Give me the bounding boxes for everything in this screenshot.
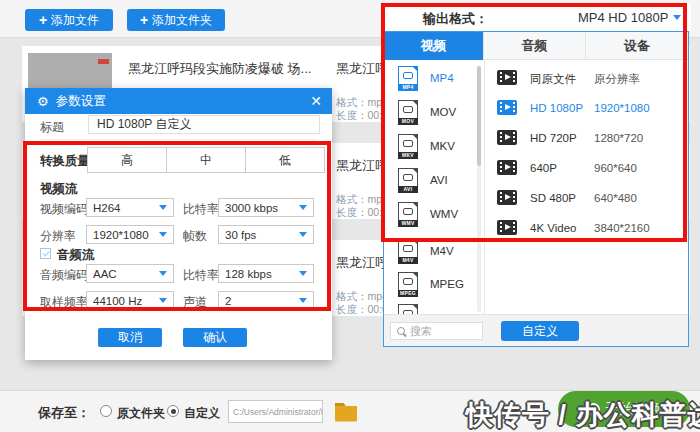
film-frame-icon: [497, 70, 517, 85]
format-item-mov[interactable]: MOV MOV: [384, 100, 484, 126]
quality-item-640p[interactable]: 640P 960*640: [485, 156, 688, 180]
scrollbar-thumb[interactable]: [477, 66, 481, 166]
plus-icon: +: [140, 13, 148, 27]
film-frame-icon: [497, 190, 517, 205]
output-format-panel: 视频 音频 设备 MP4 MP4 MOV MOV MKV MKV AVI AVI…: [383, 31, 689, 347]
thumbnail-logo: [98, 59, 109, 64]
radio-original-folder-label: 原文件夹: [117, 405, 165, 422]
fps-dropdown[interactable]: 30 fps: [218, 225, 314, 244]
panel-footer: 自定义: [384, 314, 688, 346]
start-convert-label: 开始转换: [606, 400, 662, 418]
video-file-icon: MOV: [398, 100, 418, 125]
video-file-icon: MPEG: [398, 272, 418, 297]
convert-icon: [587, 403, 600, 416]
save-path-input[interactable]: [228, 400, 323, 423]
confirm-button[interactable]: 确认: [183, 328, 247, 347]
fps-label: 帧数: [183, 228, 207, 245]
cancel-button[interactable]: 取消: [98, 328, 162, 347]
video-file-icon: AVI: [398, 168, 418, 193]
search-input[interactable]: [410, 325, 470, 337]
dropdown-caret-icon: [299, 205, 307, 210]
dialog-titlebar: ⚙ 参数设置 ✕: [25, 88, 332, 114]
format-item-avi[interactable]: AVI AVI: [384, 168, 484, 194]
file-length-info: 长度：00:0: [336, 109, 388, 122]
tab-device[interactable]: 设备: [586, 32, 688, 60]
audio-bitrate-dropdown[interactable]: 128 kbps: [218, 264, 314, 283]
dropdown-caret-icon: [159, 232, 167, 237]
video-file-icon: MP4: [398, 66, 418, 91]
add-folder-label: 添加文件夹: [152, 12, 212, 29]
output-format-header: 输出格式： MP4 HD 1080P: [381, 4, 691, 31]
quality-item-original[interactable]: 同原文件 原分辨率: [485, 66, 688, 90]
dropdown-caret-icon: [159, 205, 167, 210]
close-icon[interactable]: ✕: [310, 88, 322, 114]
format-tabs: 视频 音频 设备: [384, 32, 688, 60]
parameter-settings-dialog: ⚙ 参数设置 ✕ 标题 转换质量 高 中 低 视频流 视频编码 H264 比特率…: [25, 88, 332, 360]
quality-item-hd1080p[interactable]: HD 1080P 1920*1080: [485, 96, 688, 120]
quality-option-medium[interactable]: 中: [166, 147, 246, 173]
dropdown-caret-icon: [159, 298, 167, 303]
audio-bitrate-label: 比特率: [183, 267, 219, 284]
title-field-label: 标题: [40, 119, 64, 136]
channels-dropdown[interactable]: 2: [218, 291, 314, 310]
file-length-info: 长度：00:0: [336, 206, 388, 219]
format-item-mkv[interactable]: MKV MKV: [384, 134, 484, 160]
audio-codec-dropdown[interactable]: AAC: [86, 264, 174, 283]
format-list-scrollbar: [477, 66, 481, 312]
start-convert-button[interactable]: 开始转换: [558, 391, 690, 427]
format-item-m4v[interactable]: M4V M4V: [384, 239, 484, 265]
film-frame-icon: [497, 100, 517, 115]
dropdown-caret-icon: [299, 298, 307, 303]
add-file-button[interactable]: + 添加文件: [25, 9, 113, 31]
folder-icon[interactable]: [334, 400, 358, 426]
file-format-info: 格式：mp4: [336, 193, 388, 207]
format-item-mpeg[interactable]: MPEG MPEG: [384, 272, 484, 298]
quality-segmented-control: 高 中 低: [88, 147, 325, 173]
video-codec-label: 视频编码: [40, 201, 88, 218]
tab-video[interactable]: 视频: [384, 32, 484, 60]
format-search-box[interactable]: [390, 322, 483, 340]
add-folder-button[interactable]: + 添加文件夹: [127, 9, 225, 31]
search-icon: [397, 327, 406, 336]
app-window: + 添加文件 + 添加文件夹 黑龙江呼玛段实施防凌爆破 场... 黑龙江呼玛段实…: [0, 0, 700, 432]
tab-audio[interactable]: 音频: [484, 32, 586, 60]
sample-rate-dropdown[interactable]: 44100 Hz: [86, 291, 174, 310]
radio-original-folder[interactable]: [100, 405, 112, 417]
film-frame-icon: [497, 130, 517, 145]
audio-stream-checkbox[interactable]: [40, 248, 51, 259]
dropdown-caret-icon: [299, 271, 307, 276]
file-format-info: 格式：mp4: [336, 290, 388, 304]
quality-label: 转换质量: [40, 153, 90, 170]
save-to-label: 保存至：: [38, 404, 90, 422]
quality-item-hd720p[interactable]: HD 720P 1280*720: [485, 126, 688, 150]
video-bitrate-dropdown[interactable]: 3000 kbps: [218, 198, 314, 217]
custom-format-button[interactable]: 自定义: [501, 321, 579, 341]
dropdown-caret-icon: [159, 271, 167, 276]
video-stream-section-label: 视频流: [40, 181, 78, 198]
video-file-icon: MKV: [398, 134, 418, 159]
file-length-info: 长度：00:0: [336, 303, 388, 316]
format-item-mp4[interactable]: MP4 MP4: [384, 66, 484, 92]
radio-custom-folder-label: 自定义: [184, 405, 220, 422]
file-title: 黑龙江呼玛段实施防凌爆破 场...: [128, 60, 311, 78]
dialog-title: 参数设置: [56, 93, 106, 110]
quality-item-sd480p[interactable]: SD 480P 640*480: [485, 186, 688, 210]
resolution-dropdown[interactable]: 1920*1080: [86, 225, 174, 244]
quality-option-high[interactable]: 高: [87, 147, 167, 173]
video-codec-dropdown[interactable]: H264: [86, 198, 174, 217]
radio-custom-folder[interactable]: [167, 405, 179, 417]
video-bitrate-label: 比特率: [183, 201, 219, 218]
format-item-wmv[interactable]: WMV WMV: [384, 202, 484, 228]
sample-rate-label: 取样频率: [40, 294, 88, 311]
audio-stream-section-label: 音频流: [57, 247, 95, 264]
quality-option-low[interactable]: 低: [245, 147, 325, 173]
dropdown-caret-icon[interactable]: [673, 15, 681, 20]
video-file-icon: WMV: [398, 202, 418, 227]
film-frame-icon: [497, 160, 517, 175]
preset-name-input[interactable]: [88, 115, 320, 134]
quality-item-4k[interactable]: 4K Video 3840*2160: [485, 216, 688, 240]
add-file-label: 添加文件: [51, 12, 99, 29]
output-format-value[interactable]: MP4 HD 1080P: [578, 10, 668, 25]
resolution-label: 分辨率: [40, 228, 76, 245]
audio-codec-label: 音频编码: [40, 267, 88, 284]
